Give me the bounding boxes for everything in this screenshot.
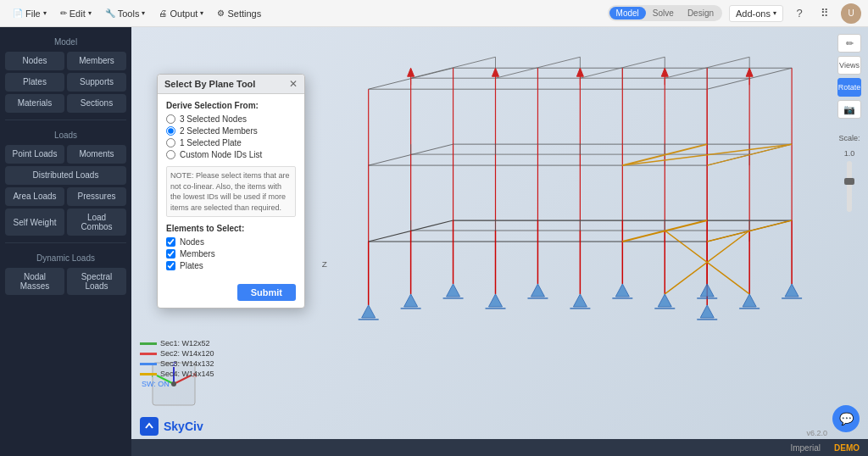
radio-2-members[interactable]: 2 Selected Members	[166, 126, 296, 136]
scale-label: Scale:	[838, 134, 860, 142]
elements-checkbox-group: Nodes Members Plates	[166, 237, 296, 270]
derive-label: Derive Selection From:	[166, 101, 296, 110]
checkbox-members[interactable]: Members	[166, 249, 296, 259]
mode-tab-model[interactable]: Model	[609, 7, 646, 19]
load-combos-button[interactable]: Load Combos	[67, 209, 126, 236]
edit-menu[interactable]: ✏ Edit ▾	[54, 6, 97, 21]
loads-section-label: Loads	[5, 131, 126, 140]
checkbox-nodes[interactable]: Nodes	[166, 237, 296, 247]
output-icon: 🖨	[159, 8, 167, 18]
statusbar: Imperial DEMO	[131, 439, 868, 456]
legend-label-1: Sec1: W12x52	[160, 339, 210, 348]
legend-label-2: Sec2: W14x120	[160, 349, 214, 358]
radio-3-nodes-input[interactable]	[166, 114, 175, 124]
divider-2	[5, 242, 126, 243]
units-label: Imperial	[790, 443, 821, 453]
svg-point-124	[142, 420, 156, 433]
file-menu[interactable]: 📄 File ▾	[7, 6, 53, 21]
chat-button[interactable]: 💬	[832, 405, 860, 432]
spectral-loads-button[interactable]: SpectralLoads	[67, 268, 126, 295]
scale-track[interactable]	[847, 161, 852, 212]
radio-custom-nodes[interactable]: Custom Node IDs List	[166, 150, 296, 159]
legend-item-1: Sec1: W12x52	[140, 339, 214, 348]
moments-button[interactable]: Moments	[67, 145, 126, 164]
nodal-masses-button[interactable]: NodalMasses	[5, 268, 64, 295]
logo-text: SkyCiv	[164, 420, 203, 433]
model-section-label: Model	[5, 37, 126, 47]
rotate-button[interactable]: Rotate	[837, 78, 861, 97]
scale-thumb[interactable]	[844, 178, 854, 185]
checkbox-plates-input[interactable]	[166, 261, 175, 270]
legend-label-4: Sec4: W14x145	[160, 370, 214, 378]
self-weight-button[interactable]: Self Weight	[5, 209, 64, 236]
loads-buttons: Point Loads Moments Distributed Loads Ar…	[5, 145, 126, 236]
modal-footer: Submit	[158, 284, 304, 308]
pencil-button[interactable]: ✏	[837, 34, 861, 53]
dynamic-loads-label: Dynamic Loads	[5, 253, 126, 263]
nodes-button[interactable]: Nodes	[5, 52, 64, 70]
edit-icon: ✏	[60, 8, 67, 18]
materials-button[interactable]: Materials	[5, 94, 64, 113]
sections-button[interactable]: Sections	[67, 94, 126, 113]
modal-close-button[interactable]: ✕	[289, 79, 298, 89]
checkbox-plates[interactable]: Plates	[166, 261, 296, 270]
file-icon: 📄	[13, 8, 23, 18]
views-button[interactable]: Views	[837, 56, 861, 75]
camera-button[interactable]: 📷	[837, 100, 861, 119]
radio-1-plate-input[interactable]	[166, 138, 175, 147]
legend-color-4	[140, 373, 157, 375]
grid-button[interactable]: ⠿	[815, 4, 834, 23]
logo: SkyCiv	[140, 417, 203, 436]
topbar-right: Model Solve Design Add-ons ▾ ? ⠿ U	[608, 3, 861, 24]
help-button[interactable]: ?	[790, 4, 809, 23]
viewport[interactable]: Z ↑ X Y Z Sec1: W12x52 S	[131, 27, 868, 456]
avatar[interactable]: U	[841, 3, 861, 24]
modal-body: Derive Selection From: 3 Selected Nodes …	[158, 94, 304, 284]
pressures-button[interactable]: Pressures	[67, 187, 126, 206]
main-layout: Model Nodes Members Plates Supports Mate…	[0, 27, 868, 456]
radio-3-nodes[interactable]: 3 Selected Nodes	[166, 114, 296, 124]
legend-item-3: Sec3: W14x132	[140, 359, 214, 368]
output-menu[interactable]: 🖨 Output ▾	[153, 6, 209, 21]
members-button[interactable]: Members	[67, 52, 126, 70]
scale-slider[interactable]	[847, 161, 852, 212]
svg-point-123	[171, 381, 176, 386]
supports-button[interactable]: Supports	[67, 73, 126, 92]
version-text: v6.2.0	[806, 429, 827, 437]
legend-item-4: Sec4: W14x145	[140, 370, 214, 378]
legend-color-1	[140, 342, 157, 345]
chevron-icon: ▾	[200, 9, 203, 17]
dynamic-buttons: NodalMasses SpectralLoads	[5, 268, 126, 295]
right-toolbar: ✏ Views Rotate 📷 Scale: 1.0	[837, 34, 861, 212]
sidebar: Model Nodes Members Plates Supports Mate…	[0, 27, 131, 456]
addons-button[interactable]: Add-ons ▾	[729, 5, 783, 22]
chevron-icon: ▾	[88, 9, 92, 17]
tools-menu[interactable]: 🔧 Tools ▾	[99, 6, 152, 21]
radio-2-members-input[interactable]	[166, 126, 175, 136]
modal-header: Select By Plane Tool ✕	[158, 75, 304, 94]
plates-button[interactable]: Plates	[5, 73, 64, 92]
radio-custom-nodes-input[interactable]	[166, 150, 175, 159]
point-loads-button[interactable]: Point Loads	[5, 145, 64, 164]
distributed-loads-button[interactable]: Distributed Loads	[5, 166, 126, 185]
area-loads-button[interactable]: Area Loads	[5, 187, 64, 206]
select-by-plane-modal: Select By Plane Tool ✕ Derive Selection …	[157, 74, 305, 309]
settings-icon: ⚙	[217, 8, 225, 18]
mode-tab-solve[interactable]: Solve	[646, 7, 681, 19]
radio-1-plate[interactable]: 1 Selected Plate	[166, 138, 296, 147]
checkbox-members-input[interactable]	[166, 249, 175, 259]
model-buttons: Nodes Members Plates Supports Materials …	[5, 52, 126, 113]
scale-value: 1.0	[844, 149, 855, 158]
tools-icon: 🔧	[105, 8, 115, 18]
topbar: 📄 File ▾ ✏ Edit ▾ 🔧 Tools ▾ 🖨 Output ▾ ⚙…	[0, 0, 868, 27]
legend-label-3: Sec3: W14x132	[160, 359, 214, 368]
mode-tab-design[interactable]: Design	[681, 7, 721, 19]
submit-button[interactable]: Submit	[237, 284, 296, 301]
modal-title: Select By Plane Tool	[164, 79, 255, 89]
divider-1	[5, 120, 126, 120]
legend-item-2: Sec2: W14x120	[140, 349, 214, 358]
elements-label: Elements to Select:	[166, 224, 296, 233]
settings-menu[interactable]: ⚙ Settings	[211, 6, 267, 21]
checkbox-nodes-input[interactable]	[166, 237, 175, 247]
chevron-icon: ▾	[43, 9, 47, 17]
